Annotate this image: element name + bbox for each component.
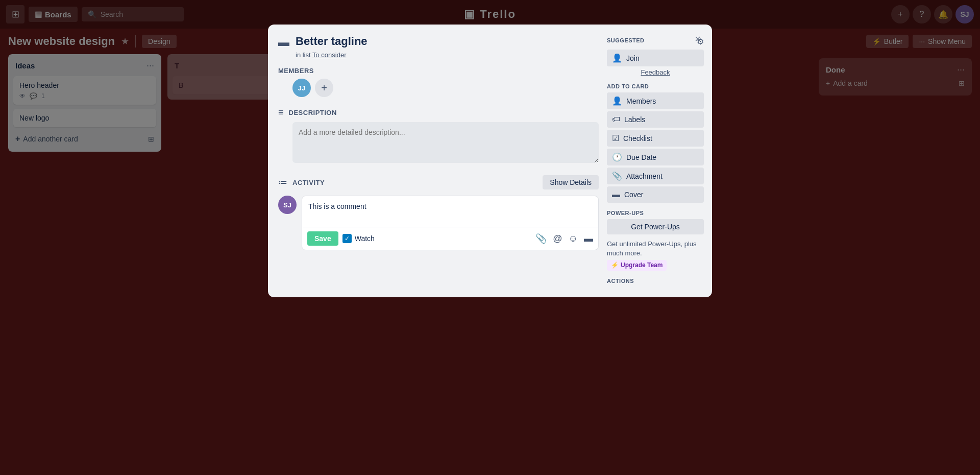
watch-checkbox[interactable]: ✓ [342, 234, 352, 243]
checklist-icon: ☑ [612, 133, 619, 143]
cover-label: Cover [624, 191, 643, 199]
members-icon: 👤 [612, 96, 622, 106]
attachment-button[interactable]: 📎 Attachment [607, 168, 704, 184]
activity-comment-row: SJ This is a comment Save ✓ [278, 196, 599, 250]
upgrade-link[interactable]: ⚡ Upgrade Team [607, 260, 667, 271]
check-icon: ✓ [345, 235, 350, 242]
actions-label: ACTIONS [607, 278, 704, 284]
members-section: MEMBERS JJ + [278, 67, 599, 97]
add-member-button[interactable]: + [315, 79, 333, 97]
member-avatar-jj[interactable]: JJ [292, 79, 311, 97]
cover-button[interactable]: ▬ Cover [607, 186, 704, 203]
members-header: MEMBERS [278, 67, 599, 75]
activity-section: ≔ Activity Show Details SJ This is a com… [278, 175, 599, 250]
card-modal: × ▬ Better tagline in list To consider M… [268, 25, 712, 297]
labels-label: Labels [624, 115, 645, 124]
join-button[interactable]: 👤 Join [607, 50, 704, 66]
attachment-label: Attachment [626, 172, 663, 180]
due-date-button[interactable]: 🕐 Due Date [607, 149, 704, 165]
activity-label: Activity [292, 179, 325, 186]
modal-card-title: Better tagline [296, 35, 599, 48]
commenter-avatar: SJ [278, 196, 297, 214]
modal-title-row: ▬ Better tagline [278, 35, 599, 49]
clock-icon: 🕐 [612, 152, 622, 162]
due-date-label: Due Date [626, 153, 656, 161]
close-icon: × [695, 33, 701, 45]
description-textarea[interactable] [292, 122, 599, 163]
toolbar-icons: 📎 @ ☺ ▬ [535, 233, 593, 244]
get-powerups-button[interactable]: Get Power-Ups [607, 219, 704, 234]
comment-input[interactable]: This is a comment [302, 196, 598, 225]
powerups-desc: Get unlimited Power-Ups, plus much more.… [607, 240, 704, 271]
watch-row: ✓ Watch [342, 234, 375, 243]
checklist-label: Checklist [623, 134, 652, 142]
upgrade-label: Upgrade Team [621, 261, 663, 270]
join-label: Join [626, 54, 640, 62]
suggested-label: SUGGESTED [607, 37, 645, 43]
show-details-button[interactable]: Show Details [543, 175, 599, 189]
modal-sidebar: SUGGESTED ⚙ 👤 Join Feedback ADD TO CARD … [607, 35, 704, 287]
activity-header: ≔ Activity Show Details [278, 175, 599, 189]
labels-icon: 🏷 [612, 115, 620, 124]
save-comment-button[interactable]: Save [307, 231, 338, 246]
person-icon: 👤 [612, 53, 622, 63]
description-section: ≡ Description [278, 107, 599, 165]
list-ref-link[interactable]: To consider [312, 51, 346, 59]
description-area [292, 122, 599, 165]
description-header: ≡ Description [278, 107, 599, 118]
commenter-initials: SJ [283, 201, 291, 209]
feedback-link[interactable]: Feedback [607, 68, 704, 76]
modal-main: ▬ Better tagline in list To consider MEM… [278, 35, 599, 287]
attachment-icon[interactable]: 📎 [535, 233, 547, 244]
powerups-desc-text: Get unlimited Power-Ups, plus much more. [607, 240, 697, 257]
save-label: Save [314, 234, 331, 243]
watch-label: Watch [355, 234, 375, 243]
mention-icon[interactable]: @ [553, 233, 562, 244]
modal-list-ref: in list To consider [296, 51, 599, 59]
card-icon-toolbar[interactable]: ▬ [584, 233, 593, 244]
add-member-icon: + [321, 82, 327, 94]
labels-button[interactable]: 🏷 Labels [607, 111, 704, 128]
members-row: JJ + [292, 79, 599, 97]
emoji-icon[interactable]: ☺ [569, 233, 578, 244]
modal-close-button[interactable]: × [690, 31, 706, 47]
activity-icon: ≔ [278, 177, 287, 188]
add-to-card-label: ADD TO CARD [607, 83, 704, 89]
feedback-label: Feedback [641, 68, 670, 76]
member-initials-jj: JJ [298, 84, 305, 92]
upgrade-icon: ⚡ [611, 261, 619, 270]
description-icon: ≡ [278, 107, 284, 118]
members-button[interactable]: 👤 Members [607, 92, 704, 109]
members-label: Members [626, 97, 656, 105]
cover-icon: ▬ [612, 190, 620, 199]
paperclip-icon: 📎 [612, 171, 622, 181]
show-details-label: Show Details [550, 178, 592, 186]
card-icon: ▬ [278, 36, 289, 49]
get-powerups-label: Get Power-Ups [631, 223, 680, 231]
checklist-button[interactable]: ☑ Checklist [607, 130, 704, 147]
power-ups-label: POWER-UPS [607, 210, 704, 216]
comment-box: This is a comment Save ✓ Watch [302, 196, 599, 250]
comment-toolbar: Save ✓ Watch 📎 @ ☺ [302, 227, 598, 250]
activity-left: ≔ Activity [278, 177, 325, 188]
modal-overlay[interactable]: × ▬ Better tagline in list To consider M… [0, 0, 980, 475]
list-ref-prefix: in list [296, 51, 311, 59]
description-label: Description [289, 109, 337, 116]
members-label: MEMBERS [278, 67, 314, 75]
